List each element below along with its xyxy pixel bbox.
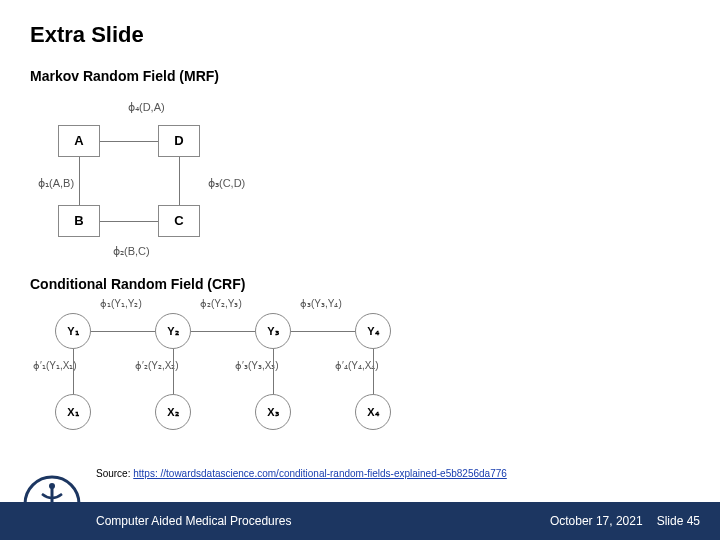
section-heading-crf: Conditional Random Field (CRF) <box>30 276 245 292</box>
mrf-node-d: D <box>158 125 200 157</box>
footer-left: Computer Aided Medical Procedures <box>96 514 291 528</box>
crf-xnode-3: X₃ <box>255 394 291 430</box>
mrf-diagram: ϕ₄(D,A) A D ϕ₁(A,B) ϕ₃(C,D) B C ϕ₂(B,C) <box>48 95 258 265</box>
page-title: Extra Slide <box>30 22 144 48</box>
mrf-edge-ad <box>100 141 158 142</box>
crf-xnode-2: X₂ <box>155 394 191 430</box>
mrf-label-phi3: ϕ₃(C,D) <box>208 177 245 190</box>
source-label: Source: <box>96 468 133 479</box>
crf-xnode-4: X₄ <box>355 394 391 430</box>
slide: Extra Slide Markov Random Field (MRF) ϕ₄… <box>0 0 720 540</box>
footer-right: October 17, 2021 Slide 45 <box>550 514 700 528</box>
crf-ynode-2: Y₂ <box>155 313 191 349</box>
source-link[interactable]: https: //towardsdatascience.com/conditio… <box>133 468 507 479</box>
crf-edge-yx2 <box>173 349 174 394</box>
mrf-node-a: A <box>58 125 100 157</box>
section-heading-mrf: Markov Random Field (MRF) <box>30 68 219 84</box>
crf-edge-y12 <box>91 331 155 332</box>
crf-diagram: ϕ₁(Y₁,Y₂) ϕ₂(Y₂,Y₃) ϕ₃(Y₃,Y₄) Y₁ Y₂ Y₃ Y… <box>35 298 455 448</box>
crf-xnode-1: X₁ <box>55 394 91 430</box>
crf-top-label-1: ϕ₁(Y₁,Y₂) <box>100 298 142 309</box>
crf-top-label-3: ϕ₃(Y₃,Y₄) <box>300 298 342 309</box>
mrf-node-c: C <box>158 205 200 237</box>
footer-bar: Computer Aided Medical Procedures Octobe… <box>0 502 720 540</box>
svg-point-1 <box>49 483 55 489</box>
crf-edge-y34 <box>291 331 355 332</box>
footer-slide-number: Slide 45 <box>657 514 700 528</box>
mrf-label-phi4: ϕ₄(D,A) <box>128 101 165 114</box>
crf-mid-label-1: ϕ′₁(Y₁,X₁) <box>33 360 77 371</box>
crf-edge-yx4 <box>373 349 374 394</box>
mrf-label-phi2: ϕ₂(B,C) <box>113 245 150 258</box>
mrf-edge-bc <box>100 221 158 222</box>
source-citation: Source: https: //towardsdatascience.com/… <box>96 468 507 479</box>
footer-date: October 17, 2021 <box>550 514 643 528</box>
crf-ynode-3: Y₃ <box>255 313 291 349</box>
crf-top-label-2: ϕ₂(Y₂,Y₃) <box>200 298 242 309</box>
crf-edge-yx1 <box>73 349 74 394</box>
crf-ynode-1: Y₁ <box>55 313 91 349</box>
crf-edge-yx3 <box>273 349 274 394</box>
mrf-label-phi1: ϕ₁(A,B) <box>38 177 74 190</box>
mrf-node-b: B <box>58 205 100 237</box>
mrf-edge-dc <box>179 157 180 205</box>
crf-edge-y23 <box>191 331 255 332</box>
mrf-edge-ab <box>79 157 80 205</box>
crf-ynode-4: Y₄ <box>355 313 391 349</box>
